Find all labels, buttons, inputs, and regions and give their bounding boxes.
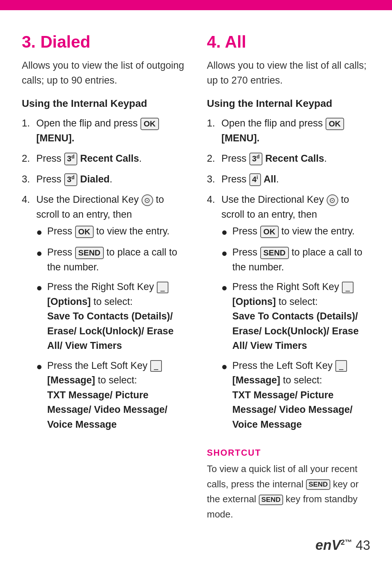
all-step-2: 2. Press 3d Recent Calls. <box>207 151 370 166</box>
all-step-4: 4. Use the Directional Key ⊙ to scroll t… <box>207 192 370 437</box>
num3-badge-r: 3d <box>249 153 263 165</box>
section-dialed: 3. Dialed Allows you to view the list of… <box>22 32 185 522</box>
num3-badge: 3d <box>64 153 78 165</box>
send-badge-shortcut: SEND <box>306 479 330 490</box>
dialed-bullets: ● Press OK to view the entry. ● Press SE… <box>36 224 185 432</box>
footer-logo: enV2™ <box>315 537 352 553</box>
dialed-step-3: 3. Press 3d Dialed. <box>22 172 185 187</box>
all-step-1: 1. Open the flip and press OK [MENU]. <box>207 116 370 145</box>
right-soft-key-icon: ⎯ <box>157 282 168 293</box>
dialed-step-4: 4. Use the Directional Key ⊙ to scroll t… <box>22 192 185 437</box>
ok-badge-r: OK <box>260 226 279 238</box>
top-bar <box>0 0 392 10</box>
section-all: 4. All Allows you to view the list of al… <box>207 32 370 522</box>
send-badge-r: SEND <box>260 247 289 259</box>
dialed-bullet-1: ● Press OK to view the entry. <box>36 224 185 240</box>
ok-key-badge-r: OK <box>326 118 344 130</box>
all-bullets: ● Press OK to view the entry. ● Press SE… <box>221 224 370 432</box>
section-dialed-title: 3. Dialed <box>22 32 185 52</box>
dialed-bullet-4: ● Press the Left Soft Key ⎯ [Message] to… <box>36 358 185 432</box>
left-soft-key-icon-r: ⎯ <box>335 360 347 372</box>
num3b-badge: 3d <box>64 173 78 186</box>
send-badge: SEND <box>75 247 104 259</box>
all-step-3: 3. Press 4i All. <box>207 172 370 187</box>
left-soft-key-icon: ⎯ <box>150 360 162 372</box>
dir-key-r: ⊙ <box>327 194 338 206</box>
num4-badge-r: 4i <box>249 173 261 186</box>
send-badge-shortcut2: SEND <box>259 495 283 505</box>
section-all-title: 4. All <box>207 32 370 52</box>
all-steps: 1. Open the flip and press OK [MENU]. 2.… <box>207 116 370 437</box>
all-bullet-2: ● Press SEND to place a call to the numb… <box>221 245 370 274</box>
shortcut-text: To view a quick list of all your recent … <box>207 462 370 522</box>
ok-badge: OK <box>75 226 94 238</box>
section-dialed-desc: Allows you to view the list of outgoing … <box>22 58 185 88</box>
footer-page-number: 43 <box>356 538 370 553</box>
footer: enV2™ 43 <box>315 537 370 553</box>
ok-key-badge: OK <box>140 118 159 130</box>
all-bullet-3: ● Press the Right Soft Key ⎯ [Options] t… <box>221 279 370 353</box>
shortcut-label: SHORTCUT <box>207 448 370 458</box>
section-all-desc: Allows you to view the list of all calls… <box>207 58 370 88</box>
dir-key: ⊙ <box>142 194 153 206</box>
dialed-step-2: 2. Press 3d Recent Calls. <box>22 151 185 166</box>
dialed-bullet-2: ● Press SEND to place a call to the numb… <box>36 245 185 274</box>
right-soft-key-icon-r: ⎯ <box>342 282 354 293</box>
dialed-step-1: 1. Open the flip and press OK [MENU]. <box>22 116 185 145</box>
dialed-subsection-title: Using the Internal Keypad <box>22 98 185 109</box>
all-bullet-1: ● Press OK to view the entry. <box>221 224 370 240</box>
all-subsection-title: Using the Internal Keypad <box>207 98 370 109</box>
dialed-bullet-3: ● Press the Right Soft Key ⎯ [Options] t… <box>36 279 185 353</box>
dialed-steps: 1. Open the flip and press OK [MENU]. 2.… <box>22 116 185 437</box>
all-bullet-4: ● Press the Left Soft Key ⎯ [Message] to… <box>221 358 370 432</box>
